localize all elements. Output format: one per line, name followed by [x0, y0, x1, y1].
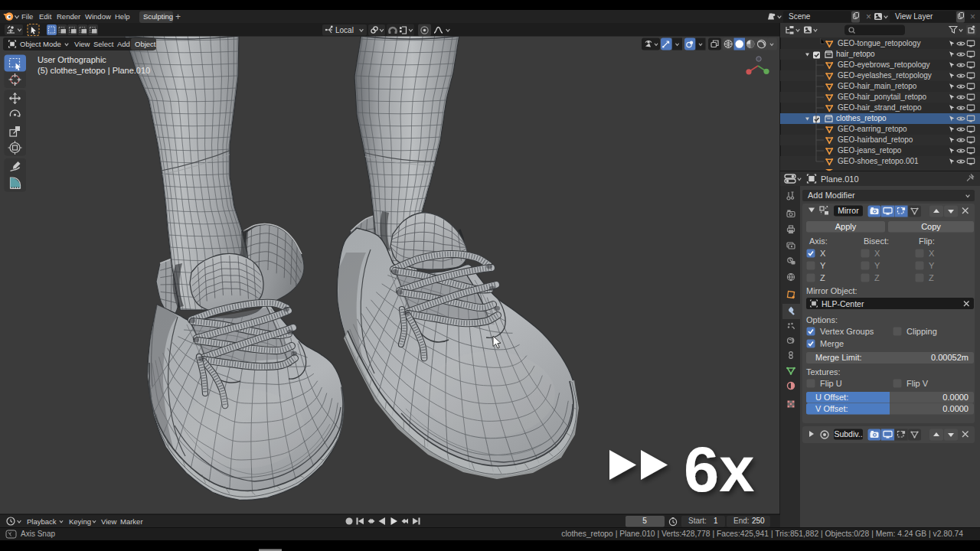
svg-text:GEO-hair_strand_retopo: GEO-hair_strand_retopo [838, 103, 922, 112]
svg-text:Merge Limit:: Merge Limit: [815, 353, 862, 362]
svg-text:Render: Render [57, 12, 80, 21]
svg-text:Playback: Playback [27, 517, 57, 526]
svg-text:GEO-shoes_retopo.001: GEO-shoes_retopo.001 [838, 157, 919, 165]
svg-text:Window: Window [85, 12, 111, 21]
svg-text:Y: Y [929, 261, 935, 270]
svg-text:Select: Select [93, 40, 114, 48]
svg-text:clothes_retopo | Plane.010 | V: clothes_retopo | Plane.010 | Verts:428,7… [561, 530, 963, 538]
svg-text:Mirror: Mirror [838, 206, 859, 215]
svg-text:GEO-hair_ponytail_retopo: GEO-hair_ponytail_retopo [838, 93, 927, 101]
svg-text:End:: End: [733, 517, 750, 525]
svg-text:GEO-tongue_retopology: GEO-tongue_retopology [838, 39, 920, 47]
svg-text:Merge: Merge [820, 339, 844, 348]
svg-text:HLP-Center: HLP-Center [822, 299, 864, 308]
svg-text:GEO-hair_main_retopo: GEO-hair_main_retopo [838, 82, 917, 90]
svg-text:Add: Add [117, 40, 130, 48]
svg-text:GEO-eyebrows_retopology: GEO-eyebrows_retopology [838, 60, 930, 69]
svg-text:View: View [101, 517, 117, 526]
svg-text:Keying: Keying [69, 517, 91, 526]
svg-text:6x: 6x [684, 434, 754, 505]
svg-text:Axis:: Axis: [809, 236, 828, 246]
svg-text:Z: Z [874, 273, 880, 282]
svg-text:Axis Snap: Axis Snap [21, 530, 55, 538]
svg-text:1: 1 [714, 517, 718, 525]
svg-text:User Orthographic: User Orthographic [38, 55, 106, 64]
svg-text:X: X [929, 249, 935, 258]
svg-text:×: × [970, 11, 975, 22]
svg-text:Z: Z [820, 273, 825, 282]
svg-text:Scene: Scene [789, 12, 811, 21]
svg-text:250: 250 [752, 517, 765, 525]
svg-text:Z: Z [929, 273, 934, 282]
svg-text:Options:: Options: [806, 315, 838, 324]
svg-text:GEO-hairband_retopo: GEO-hairband_retopo [838, 135, 913, 144]
svg-text:Bisect:: Bisect: [864, 236, 889, 246]
svg-text:5: 5 [642, 517, 647, 525]
svg-text:Apply: Apply [835, 222, 857, 231]
svg-text:+: + [175, 11, 181, 22]
svg-text:clothes_retopo: clothes_retopo [836, 114, 887, 122]
svg-text:V Offset:: V Offset: [815, 404, 848, 413]
svg-text:Plane.010: Plane.010 [821, 174, 859, 184]
svg-text:0.0000: 0.0000 [942, 393, 969, 402]
svg-text:(5) clothes_retopo | Plane.010: (5) clothes_retopo | Plane.010 [38, 66, 150, 75]
svg-text:Vertex Groups: Vertex Groups [820, 327, 874, 336]
svg-text:Add Modifier: Add Modifier [808, 191, 855, 200]
svg-text:Edit: Edit [39, 12, 52, 21]
svg-text:×: × [866, 11, 871, 22]
svg-text:U Offset:: U Offset: [815, 393, 848, 402]
svg-text:Subdiv..: Subdiv.. [834, 429, 862, 439]
svg-text:Y: Y [820, 261, 826, 270]
svg-text:GEO-jeans_retopo: GEO-jeans_retopo [838, 146, 902, 155]
svg-text:View Layer: View Layer [895, 12, 933, 21]
svg-text:Start:: Start: [688, 517, 707, 525]
svg-text:GEO-earring_retopo: GEO-earring_retopo [838, 125, 907, 133]
svg-text:GEO-eyelashes_retopology: GEO-eyelashes_retopology [838, 71, 932, 80]
svg-text:Sculpting: Sculpting [143, 12, 173, 21]
svg-text:File: File [21, 12, 33, 21]
svg-text:Marker: Marker [120, 517, 143, 526]
svg-text:0.0000: 0.0000 [942, 404, 969, 413]
svg-text:X: X [820, 249, 826, 258]
svg-text:Flip:: Flip: [919, 236, 935, 246]
svg-text:View: View [74, 40, 90, 48]
svg-text:Object: Object [135, 40, 156, 48]
svg-text:Help: Help [115, 12, 130, 21]
svg-text:Object Mode: Object Mode [20, 40, 61, 48]
svg-text:X: X [874, 249, 880, 258]
svg-text:Textures:: Textures: [806, 367, 841, 377]
svg-text:Copy: Copy [921, 222, 941, 231]
svg-text:0.00052m: 0.00052m [931, 353, 969, 362]
svg-text:Y: Y [874, 261, 880, 270]
svg-text:Flip V: Flip V [906, 379, 929, 388]
svg-text:Flip U: Flip U [820, 379, 842, 388]
svg-text:Clipping: Clipping [906, 327, 937, 336]
svg-text:Local: Local [335, 26, 354, 34]
svg-text:Mirror Object:: Mirror Object: [806, 286, 858, 295]
svg-text:hair_retopo: hair_retopo [836, 50, 875, 58]
